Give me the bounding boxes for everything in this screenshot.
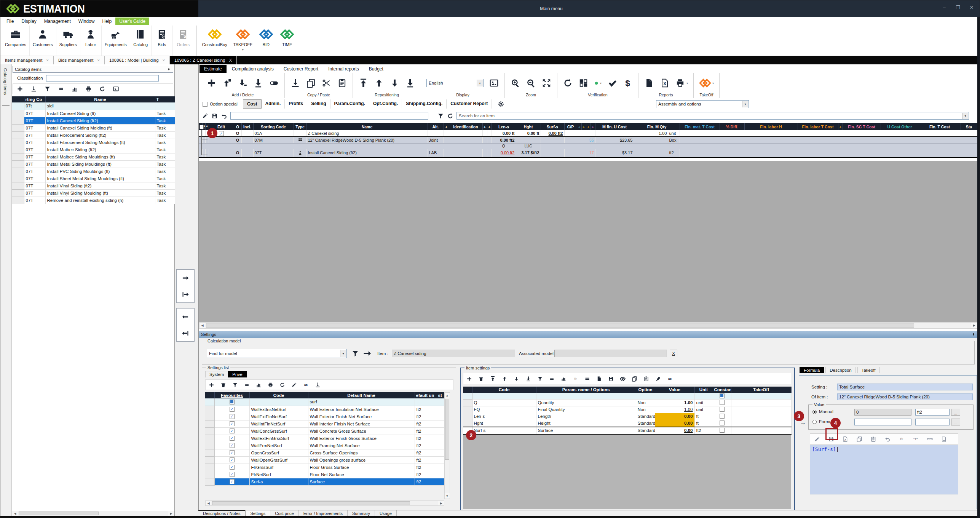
fx-icon[interactable] <box>899 436 905 442</box>
ruler-icon[interactable] <box>927 436 933 442</box>
grid-column-header[interactable]: * <box>205 123 209 130</box>
grid-column-header[interactable]: Name <box>306 123 428 130</box>
bottom-tab[interactable]: Usage <box>375 510 397 516</box>
config-button[interactable]: Cost <box>243 99 262 109</box>
trash-icon[interactable] <box>478 376 484 382</box>
grid-row-labor[interactable]: O 07T Install Canexel Siding (ft2) LAB 0… <box>199 149 977 157</box>
constant-filter-checkbox[interactable] <box>720 393 725 398</box>
arr-l-bar-icon[interactable] <box>181 329 190 337</box>
catalog-row[interactable]: 07T Install Fibrocement Siding Mouldings… <box>12 139 175 146</box>
config-button[interactable]: Shipping.Config. <box>402 99 447 109</box>
scroll-left-icon[interactable]: ◀ <box>12 511 18 516</box>
settings-list-row[interactable]: WallIntFinNetSurf Wall Interior Finish N… <box>205 420 444 427</box>
favourite-checkbox[interactable] <box>230 472 235 477</box>
catalog-hscrollbar[interactable]: ◀ ▶ <box>12 511 174 516</box>
pencil-icon[interactable] <box>202 113 208 119</box>
chart-icon[interactable] <box>561 376 567 382</box>
diamond2-icon[interactable] <box>620 376 626 382</box>
item-setting-row[interactable]: FQ Final Quantity Non 1.00 unit <box>463 406 791 413</box>
bottom-tab[interactable]: Cost price <box>270 510 299 516</box>
formula-expression-editor[interactable]: [Surf-s]| <box>810 445 958 494</box>
catalog-row[interactable]: 07T Install Vinyl Siding Moulding (ft) T… <box>12 189 175 197</box>
arrow-down-icon[interactable] <box>514 376 519 382</box>
bottom-tab[interactable]: Summary <box>348 510 375 516</box>
menu-item[interactable]: File <box>3 18 18 25</box>
refresh-icon[interactable] <box>99 86 105 92</box>
grid-column-header[interactable]: Identification <box>449 123 482 130</box>
settings-list-row[interactable]: FlrNetSurf Floor Net Surface ft2 <box>205 471 444 478</box>
find-model-select[interactable]: Find for model ▾ <box>207 349 347 358</box>
workspace-tab[interactable]: 108861 : Model | Building × <box>105 56 170 64</box>
clear-model-button[interactable]: X <box>670 350 677 357</box>
toolbar-button[interactable]: BID <box>255 26 277 56</box>
view-mode-select[interactable]: Assembly and options ▾ <box>656 100 749 108</box>
manual-value-field[interactable]: 0 <box>854 409 911 416</box>
paste-icon[interactable] <box>870 436 876 442</box>
funnel-icon[interactable] <box>44 86 51 92</box>
catalog-row[interactable]: 07T Install Maibec Siding (ft2) Task <box>12 146 175 153</box>
grid-column-header[interactable]: Fin. SC T Cost <box>843 123 881 130</box>
arrow-upbar-icon[interactable] <box>490 376 496 382</box>
toolbar-button[interactable]: Equipments <box>102 26 130 56</box>
estimate-tab[interactable]: Customer Report <box>279 65 323 73</box>
edit-checkbox[interactable] <box>219 131 224 136</box>
catalog-row[interactable]: 07T Install Fibrocement Siding (ft2) Tas… <box>12 131 175 139</box>
ab-icon[interactable] <box>303 382 309 388</box>
toolbar-button[interactable]: Orders <box>173 26 194 56</box>
menu-item[interactable]: Management <box>40 18 75 25</box>
constant-checkbox[interactable] <box>720 428 725 433</box>
grid-column-header[interactable]: + <box>577 123 581 130</box>
settings-list-row[interactable]: Surf-s Surface ft2 <box>205 478 444 485</box>
tab-close-icon[interactable]: X <box>229 58 232 62</box>
tree-collapse-icon[interactable]: − <box>200 125 204 129</box>
manual-radio[interactable]: Manual <box>812 409 833 414</box>
grid-column-header[interactable]: + <box>838 123 843 130</box>
settings-list-row[interactable]: WallConcGrssSurf Wall Concrete Gross Sur… <box>205 427 444 435</box>
constant-checkbox[interactable] <box>720 400 725 405</box>
catalog-row[interactable]: 07T Install Canexel Siding (ft2) Task <box>12 117 175 124</box>
bottom-tab[interactable]: Descriptions / Notes <box>198 510 245 516</box>
tab-close-icon[interactable]: × <box>97 58 100 62</box>
formula-tab[interactable]: Takeoff <box>857 367 880 373</box>
config-button[interactable]: Opt.Config. <box>369 99 402 109</box>
grid-row-material[interactable]: O 07M 12" Canexel RidgeWood D-5 Siding P… <box>199 137 977 143</box>
copy-icon[interactable] <box>856 436 862 442</box>
constant-checkbox[interactable] <box>720 414 725 419</box>
lines-icon[interactable] <box>58 86 64 92</box>
scroll-left-icon[interactable]: ◀ <box>200 323 205 328</box>
settings-list-row[interactable]: FlrGrssSurf Floor Gross Surface ft2 <box>205 464 444 471</box>
settings-list-row[interactable]: WallExtInsNetSurf Wall Exterior Insulati… <box>205 406 444 413</box>
item-name-input[interactable] <box>230 112 428 120</box>
copy-icon[interactable] <box>632 376 637 382</box>
toolbar-button[interactable]: Labor <box>80 26 102 56</box>
favourite-checkbox[interactable] <box>230 450 235 455</box>
item-settings-filter-row[interactable] <box>463 393 791 399</box>
import-icon[interactable] <box>315 382 321 388</box>
grid-column-header[interactable]: Sorting Code <box>253 123 294 130</box>
arr-l-icon[interactable] <box>181 313 190 321</box>
close-button[interactable]: ✕ <box>966 3 977 12</box>
workspace-tab[interactable]: 109065 : Z Canexel siding X <box>170 56 237 64</box>
toolbar-button[interactable]: TIME <box>277 26 298 56</box>
grid-column-header[interactable]: Fin. T Cost <box>919 123 961 130</box>
favourite-checkbox[interactable] <box>230 479 235 484</box>
settings-list-tab[interactable]: System <box>205 371 228 377</box>
item-setting-row[interactable]: Len-s Length Standard 0.00 ft <box>463 413 791 420</box>
settings-list-tab[interactable]: Prive <box>228 371 246 377</box>
favourite-checkbox[interactable] <box>230 457 235 462</box>
refresh-icon[interactable] <box>279 382 285 388</box>
manual-unit-field[interactable]: ft2 <box>915 409 950 416</box>
grid-column-header[interactable]: Surf-s <box>541 123 564 130</box>
catalog-col-name[interactable]: Name <box>45 96 155 102</box>
image-icon[interactable] <box>113 86 119 92</box>
grid-column-header[interactable]: Fin. labor T Cost <box>798 123 838 130</box>
save-icon[interactable] <box>211 113 218 119</box>
toolbar-button[interactable]: Suppliers <box>56 26 80 56</box>
estimate-tab[interactable]: Estimate <box>200 65 227 73</box>
grid-column-header[interactable]: + <box>581 123 586 130</box>
grid-column-header[interactable]: Sta <box>961 123 977 130</box>
bottom-tab[interactable]: Settings <box>245 510 270 516</box>
paste-icon[interactable] <box>643 376 649 382</box>
grid-column-header[interactable]: Fin. mat. T Cost <box>680 123 720 130</box>
grid-column-header[interactable]: % Diff. <box>720 123 744 130</box>
